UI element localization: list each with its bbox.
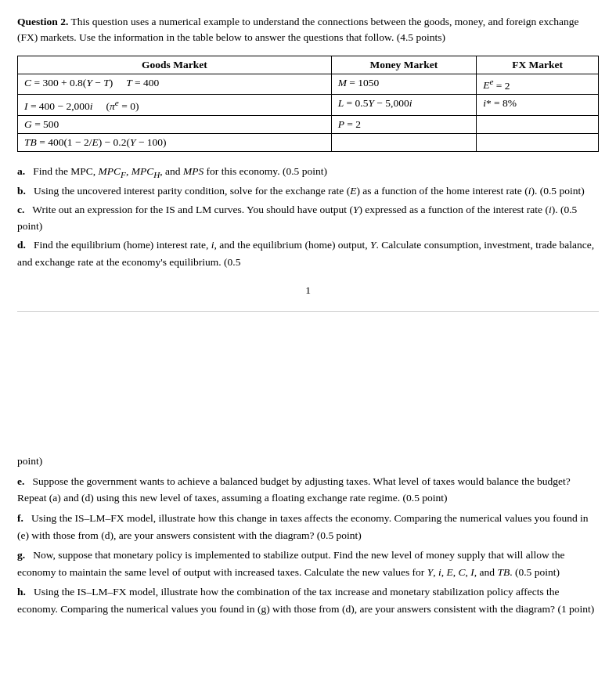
part-a: a. Find the MPC, MPCF, MPCH, and MPS for… — [17, 163, 599, 182]
money-row1: M = 1050 — [331, 74, 477, 95]
table-row: TB = 400(1 − 2/E) − 0.2(Y − 100) — [18, 133, 599, 151]
part-c-label: c. — [17, 204, 24, 215]
part-g: g. Now, suppose that monetary policy is … — [17, 547, 599, 580]
market-table: Goods Market Money Market FX Market C = … — [17, 56, 599, 152]
money-row3: P = 2 — [331, 115, 477, 133]
part-g-label: g. — [17, 549, 25, 561]
part-h-label: h. — [17, 586, 26, 598]
part-e: e. Suppose the government wants to achie… — [17, 473, 599, 507]
header-fx: FX Market — [477, 56, 599, 74]
money-row2: L = 0.5Y − 5,000i — [331, 95, 477, 116]
part-f: f. Using the IS–LM–FX model, illustrate … — [17, 510, 599, 543]
part-b: b. Using the uncovered interest parity c… — [17, 182, 599, 200]
fx-row4 — [477, 133, 599, 151]
point-cont: point) — [17, 453, 599, 470]
part-d: d. Find the equilibrium (home) interest … — [17, 236, 599, 270]
fx-row3 — [477, 115, 599, 133]
page-number: 1 — [17, 284, 599, 297]
header-money: Money Market — [331, 56, 477, 74]
question-intro-text: This question uses a numerical example t… — [17, 16, 579, 43]
part-e-label: e. — [17, 475, 24, 487]
lower-section: point) e. Suppose the government wants t… — [17, 312, 599, 617]
goods-row4: TB = 400(1 − 2/E) − 0.2(Y − 100) — [18, 133, 332, 151]
question-intro: Question 2. This question uses a numeric… — [17, 14, 599, 46]
part-f-label: f. — [17, 512, 23, 524]
header-goods: Goods Market — [18, 56, 332, 74]
part-d-label: d. — [17, 239, 26, 251]
table-row: I = 400 − 2,000i (πe = 0) L = 0.5Y − 5,0… — [18, 95, 599, 116]
goods-row3: G = 500 — [18, 115, 332, 133]
part-h: h. Using the IS–LM–FX model, illustrate … — [17, 583, 599, 617]
money-row4 — [331, 133, 477, 151]
part-a-label: a. — [17, 165, 25, 177]
question-label: Question 2. — [17, 16, 68, 27]
parts-section: a. Find the MPC, MPCF, MPCH, and MPS for… — [17, 163, 599, 271]
part-c: c. Write out an expression for the IS an… — [17, 201, 599, 235]
part-b-label: b. — [17, 185, 26, 197]
goods-row1: C = 300 + 0.8(Y − T) T = 400 — [18, 74, 332, 95]
fx-row2: i* = 8% — [477, 95, 599, 116]
goods-row2: I = 400 − 2,000i (πe = 0) — [18, 95, 332, 116]
page: Question 2. This question uses a numeric… — [0, 0, 616, 686]
table-row: C = 300 + 0.8(Y − T) T = 400 M = 1050 Ee… — [18, 74, 599, 95]
fx-row1: Ee = 2 — [477, 74, 599, 95]
table-row: G = 500 P = 2 — [18, 115, 599, 133]
